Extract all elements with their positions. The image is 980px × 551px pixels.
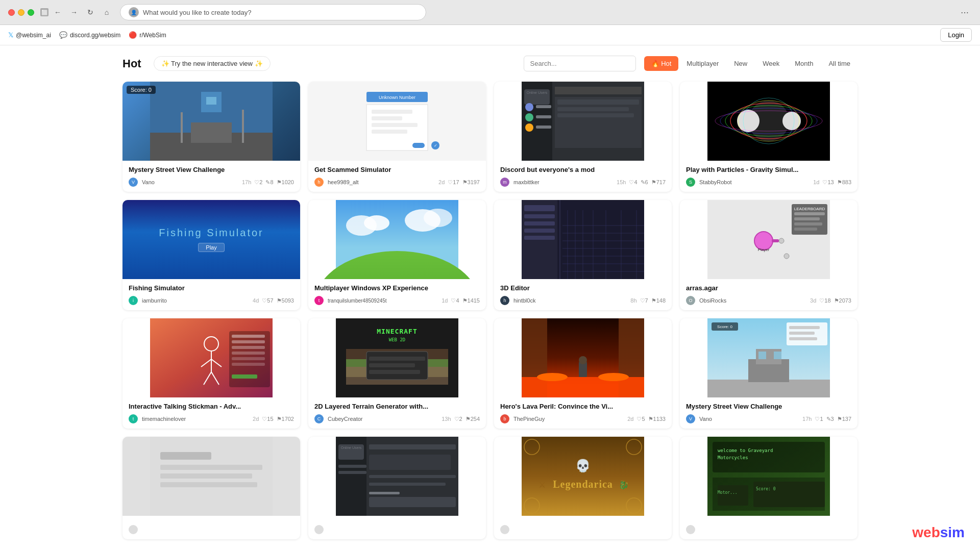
svg-text:Online Users: Online Users xyxy=(341,446,362,449)
avatar: m xyxy=(500,178,509,187)
card-minecraft[interactable]: MINECRAFT WEB 2D 2D Layered Terrain Gene… xyxy=(308,318,486,429)
address-bar[interactable]: 👤 What would you like to create today? xyxy=(120,4,426,20)
card-info: arras.agar O ObsiRocks 3d ♡18 ⚑2073 xyxy=(680,279,857,310)
tab-switcher-icon[interactable]: ⬜ xyxy=(40,8,48,16)
minimize-button[interactable] xyxy=(18,9,24,16)
card-title: Discord but everyone's a mod xyxy=(500,166,666,173)
reddit-handle: r/WebSim xyxy=(139,32,166,39)
card-lava[interactable]: Hero's Lava Peril: Convince the Vi... b … xyxy=(494,318,672,429)
likes-stat: ♡2 xyxy=(254,179,262,186)
svg-point-46 xyxy=(364,215,389,231)
svg-rect-2 xyxy=(181,112,183,143)
svg-rect-12 xyxy=(372,116,402,120)
svg-point-25 xyxy=(525,113,533,121)
svg-text:welcome to Graveyard: welcome to Graveyard xyxy=(718,448,773,453)
avatar: i xyxy=(129,296,138,305)
discord-link[interactable]: 💬 discord.gg/websim xyxy=(59,31,120,39)
close-button[interactable] xyxy=(8,9,15,16)
tab-new[interactable]: New xyxy=(727,56,754,71)
card-thumb xyxy=(494,200,672,279)
svg-rect-53 xyxy=(524,221,555,226)
avatar: V xyxy=(686,414,695,423)
avatar: C xyxy=(314,414,324,423)
svg-rect-3 xyxy=(242,110,244,143)
card-thumb: Online Users xyxy=(308,437,486,516)
card-meta: V Vano 17h ♡2 ✎8 ⚑1020 xyxy=(129,178,294,187)
card-3deditor[interactable]: 3D Editor h hintbl0ck 8h ♡7 ⚑148 xyxy=(494,200,672,310)
search-input[interactable] xyxy=(524,56,636,71)
login-button[interactable]: Login xyxy=(940,28,972,42)
likes-stat: ♡5 xyxy=(636,416,645,422)
svg-rect-139 xyxy=(338,471,366,474)
discord-handle: discord.gg/websim xyxy=(70,32,120,39)
card-thumb: 💀 Legendarica ⚔ 🐉 xyxy=(494,437,672,516)
card-title: 3D Editor xyxy=(500,284,666,292)
card-bottom-2[interactable]: Online Users xyxy=(308,437,486,539)
avatar: t xyxy=(314,296,324,305)
svg-rect-20 xyxy=(555,87,642,94)
card-legendarica[interactable]: 💀 Legendarica ⚔ 🐉 xyxy=(494,437,672,539)
home-button[interactable]: ⌂ xyxy=(100,5,114,19)
views-stat: ⚑148 xyxy=(651,297,666,304)
svg-rect-14 xyxy=(372,130,407,134)
tab-week[interactable]: Week xyxy=(755,56,787,71)
card-winxp[interactable]: Multiplayer Windows XP Experience t tran… xyxy=(308,200,486,310)
likes-stat: ♡17 xyxy=(448,179,459,186)
svg-rect-30 xyxy=(557,99,639,105)
card-meta: V Vano 17h ♡1 ✎3 ⚑137 xyxy=(686,414,851,423)
tab-alltime[interactable]: All time xyxy=(821,56,857,71)
views-stat: ⚑1702 xyxy=(277,416,294,422)
meta-stats: 2d ♡5 ⚑1133 xyxy=(627,416,666,422)
card-info xyxy=(308,516,486,539)
refresh-button[interactable]: ↻ xyxy=(83,5,97,19)
avatar xyxy=(686,525,695,534)
tab-month[interactable]: Month xyxy=(788,56,820,71)
top-bar: Hot ✨ Try the new interactive view ✨ 🔥 H… xyxy=(122,56,857,71)
twitter-link[interactable]: 𝕏 @websim_ai xyxy=(8,31,51,39)
filter-tabs: 🔥 Hot Multiplayer New Week Month All tim… xyxy=(644,56,857,71)
svg-text:MINECRAFT: MINECRAFT xyxy=(377,328,417,335)
svg-text:Player: Player xyxy=(758,247,770,252)
card-discord-mod[interactable]: Online Users Discord but everyone's a mo… xyxy=(494,82,672,192)
card-meta: b ThePineGuy 2d ♡5 ⚑1133 xyxy=(500,414,666,423)
forward-button[interactable]: → xyxy=(67,5,81,19)
avatar: b xyxy=(500,414,509,423)
svg-rect-107 xyxy=(369,363,415,367)
tab-multiplayer[interactable]: Multiplayer xyxy=(679,56,726,71)
meta-stats: 2d ♡17 ⚑3197 xyxy=(438,179,480,186)
card-stickman[interactable]: Interactive Talking Stickman - Adv... t … xyxy=(122,318,300,429)
svg-rect-31 xyxy=(557,107,629,111)
maximize-button[interactable] xyxy=(28,9,34,16)
author-name: ThePineGuy xyxy=(513,416,623,422)
reddit-link[interactable]: 🔴 r/WebSim xyxy=(129,31,166,39)
svg-rect-51 xyxy=(524,205,555,211)
svg-text:Score: 0: Score: 0 xyxy=(756,487,776,491)
meta-stats: 1d ♡4 ⚑1415 xyxy=(442,297,480,304)
avatar xyxy=(314,525,324,534)
likes-stat: ♡4 xyxy=(451,297,459,304)
card-graveyard[interactable]: welcome to Graveyard Motorcycles Motor..… xyxy=(680,437,857,539)
author-name: Vano xyxy=(699,416,798,422)
author-name: tranquilslumber48509245t xyxy=(328,298,437,304)
author-name: timemachinelover xyxy=(142,416,249,422)
card-mystery-street-1[interactable]: Score: 0 Mystery Street View Challenge V… xyxy=(122,82,300,192)
discord-icon: 💬 xyxy=(59,31,67,39)
card-particles[interactable]: Play with Particles - Gravity Simul... S… xyxy=(680,82,857,192)
svg-text:WEB 2D: WEB 2D xyxy=(389,337,406,342)
card-bottom-1[interactable] xyxy=(122,437,300,539)
browser-menu-button[interactable]: ⋯ xyxy=(958,5,972,19)
svg-rect-143 xyxy=(369,483,446,486)
svg-rect-91 xyxy=(232,335,265,338)
card-arras[interactable]: LEADERBOARD Player arras.agar xyxy=(680,200,857,310)
svg-rect-27 xyxy=(536,105,551,108)
svg-rect-55 xyxy=(524,236,555,240)
svg-rect-96 xyxy=(232,363,265,366)
card-get-scammed[interactable]: Unknown Number ✓ Get Scammed Simulator h… xyxy=(308,82,486,192)
card-fishing[interactable]: Fishing Simulator Play Fishing Simulator… xyxy=(122,200,300,310)
card-mystery-2[interactable]: Score: 0 Mystery Street View Challenge V… xyxy=(680,318,857,429)
time-ago: 17h xyxy=(802,416,812,422)
svg-rect-93 xyxy=(232,346,265,349)
back-button[interactable]: ← xyxy=(51,5,65,19)
tab-hot[interactable]: 🔥 Hot xyxy=(644,56,679,71)
try-interactive-button[interactable]: ✨ Try the new interactive view ✨ xyxy=(154,56,271,71)
